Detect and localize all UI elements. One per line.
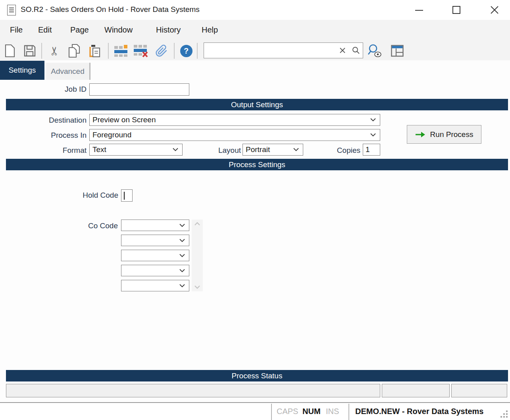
chevron-down-icon (293, 148, 299, 152)
minimize-button[interactable] (408, 0, 430, 20)
run-process-button[interactable]: Run Process (407, 125, 481, 144)
chevron-down-icon (179, 284, 185, 287)
co-code-select-5[interactable] (121, 280, 189, 291)
chevron-down-icon (179, 239, 185, 242)
chevron-down-icon (179, 223, 185, 227)
paperclip-icon (155, 44, 168, 58)
process-in-select[interactable]: Foreground (89, 129, 380, 141)
add-record-grid-icon (114, 44, 128, 57)
co-code-select-2[interactable] (121, 235, 189, 246)
window-title: SO.R2 - Sales Orders On Hold - Rover Dat… (21, 5, 200, 14)
status-field-3 (451, 384, 507, 397)
clear-search-button[interactable] (336, 47, 349, 54)
search-box (204, 42, 363, 58)
menu-file[interactable]: File (10, 25, 23, 35)
destination-label: Destination (31, 116, 87, 125)
new-button[interactable] (2, 43, 17, 59)
save-icon (23, 44, 36, 57)
format-label: Format (31, 146, 87, 155)
co-code-label: Co Code (62, 222, 118, 230)
paste-icon (88, 44, 102, 58)
layout-panel-icon (391, 45, 404, 57)
minimize-icon (414, 5, 424, 15)
title-bar[interactable]: SO.R2 - Sales Orders On Hold - Rover Dat… (0, 0, 510, 20)
search-view-button[interactable] (367, 43, 382, 59)
scroll-down-icon (194, 285, 200, 289)
layout-select[interactable]: Portrait (242, 144, 303, 156)
chevron-down-icon (370, 133, 376, 137)
help-icon: ? (180, 45, 192, 57)
menu-help[interactable]: Help (202, 25, 218, 35)
statusbar-separator (271, 404, 272, 420)
process-status-header: Process Status (6, 370, 508, 381)
cut-button[interactable]: ✂ (47, 43, 62, 59)
layout-panel-button[interactable] (390, 43, 405, 59)
help-button[interactable]: ? (179, 43, 194, 59)
app-window-icon (7, 5, 16, 15)
destination-value: Preview on Screen (92, 116, 156, 124)
close-icon (490, 5, 499, 15)
statusbar-separator (348, 404, 349, 420)
toolbar: ✂ (0, 40, 510, 60)
copies-input[interactable] (363, 144, 380, 156)
co-code-select-1[interactable] (121, 220, 189, 231)
search-submit-button[interactable] (349, 46, 363, 54)
search-input[interactable] (204, 46, 336, 55)
chevron-down-icon (179, 254, 185, 257)
co-code-select-4[interactable] (121, 265, 189, 276)
co-code-select-3[interactable] (121, 250, 189, 261)
paste-button[interactable] (87, 43, 102, 59)
save-button[interactable] (22, 43, 37, 59)
format-select[interactable]: Text (89, 144, 183, 156)
menu-page[interactable]: Page (70, 25, 89, 35)
text-cursor (124, 192, 125, 200)
tab-advanced[interactable]: Advanced (46, 63, 90, 80)
maximize-icon (452, 5, 461, 15)
copy-icon (67, 44, 81, 58)
delete-record-grid-icon (133, 44, 148, 58)
chevron-down-icon (179, 269, 185, 272)
tab-settings[interactable]: Settings (0, 61, 44, 80)
content-area (0, 60, 510, 403)
toolbar-separator (41, 43, 42, 59)
toolbar-separator (197, 43, 198, 59)
process-settings-header: Process Settings (6, 159, 508, 170)
new-document-icon (4, 44, 16, 58)
resize-grip-icon[interactable] (500, 410, 508, 418)
attachments-button[interactable] (154, 43, 169, 59)
cut-icon: ✂ (49, 46, 60, 56)
destination-select[interactable]: Preview on Screen (89, 114, 380, 126)
scroll-up-icon (194, 222, 200, 226)
delete-record-button[interactable] (133, 43, 148, 59)
maximize-button[interactable] (445, 0, 468, 20)
co-code-scrollbar[interactable] (192, 220, 203, 291)
toolbar-separator (108, 43, 109, 59)
job-id-label: Job ID (39, 85, 87, 94)
hold-code-input[interactable] (121, 189, 133, 202)
layout-label: Layout (193, 146, 241, 155)
ins-indicator: INS (326, 407, 339, 416)
hold-code-label: Hold Code (63, 191, 118, 200)
layout-value: Portrait (246, 145, 270, 154)
menu-history[interactable]: History (156, 25, 181, 35)
status-field-1 (6, 384, 380, 397)
process-in-value: Foreground (92, 131, 131, 139)
job-id-input[interactable] (89, 83, 189, 96)
add-record-button[interactable] (114, 43, 129, 59)
toolbar-separator (174, 43, 175, 59)
chevron-down-icon (173, 148, 178, 152)
session-label: DEMO.NEW - Rover Data Systems (355, 407, 483, 416)
copy-button[interactable] (67, 43, 82, 59)
status-bar: CAPS NUM INS DEMO.NEW - Rover Data Syste… (0, 402, 510, 420)
help-glyph: ? (184, 46, 189, 56)
menu-bar: File Edit Page Window History Help (0, 20, 510, 40)
app-window: SO.R2 - Sales Orders On Hold - Rover Dat… (0, 0, 510, 420)
menu-window[interactable]: Window (104, 25, 133, 35)
run-arrow-icon (415, 131, 425, 138)
format-value: Text (92, 145, 106, 154)
copies-label: Copies (313, 146, 360, 155)
search-view-icon (367, 44, 382, 58)
close-button[interactable] (483, 0, 506, 20)
search-icon (352, 46, 360, 54)
menu-edit[interactable]: Edit (38, 25, 52, 35)
